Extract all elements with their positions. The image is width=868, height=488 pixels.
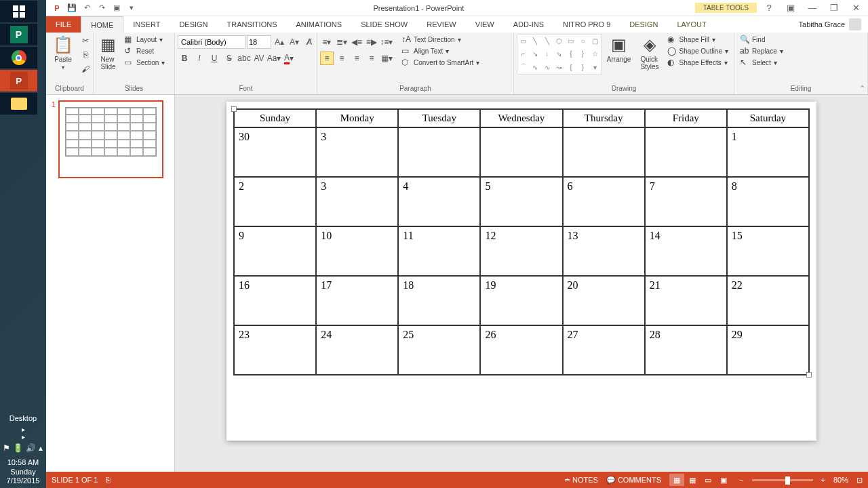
change-case-button[interactable]: Aa▾ [267, 52, 281, 65]
calendar-cell[interactable]: 14 [645, 226, 727, 276]
zoom-out-button[interactable]: − [739, 476, 743, 484]
shape-outline-button[interactable]: ◯Shape Outline ▾ [665, 45, 731, 56]
maximize-button[interactable]: ❐ [825, 1, 844, 15]
fit-to-window-button[interactable]: ⊡ [856, 476, 863, 485]
tab-table-layout[interactable]: LAYOUT [667, 16, 715, 33]
text-direction-button[interactable]: ↕AText Direction ▾ [399, 34, 482, 45]
cut-button[interactable]: ✂ [79, 34, 92, 47]
underline-button[interactable]: U [208, 52, 221, 65]
calendar-cell[interactable]: 7 [645, 177, 727, 226]
calendar-cell[interactable]: 10 [316, 226, 398, 276]
tab-transitions[interactable]: TRANSITIONS [218, 16, 287, 33]
arrange-button[interactable]: ▣Arrange [603, 34, 635, 64]
tab-home[interactable]: HOME [81, 16, 123, 33]
increase-indent-button[interactable]: ≡▶ [365, 35, 378, 49]
select-button[interactable]: ↖Select ▾ [737, 57, 786, 68]
character-spacing-button[interactable]: AV [252, 52, 266, 65]
slide-thumbnail-1[interactable] [58, 100, 163, 178]
paste-button[interactable]: 📋Paste▾ [49, 34, 77, 72]
calendar-cell[interactable]: 15 [727, 226, 809, 276]
tab-review[interactable]: REVIEW [417, 16, 465, 33]
copy-button[interactable]: ⎘ [79, 48, 92, 62]
calendar-cell[interactable]: 26 [480, 325, 562, 375]
calendar-cell[interactable]: 25 [398, 325, 480, 375]
section-button[interactable]: ▭Section ▾ [121, 57, 167, 68]
calendar-cell[interactable]: 18 [398, 276, 480, 325]
tab-table-design[interactable]: DESIGN [620, 16, 667, 33]
taskbar-chrome[interactable] [0, 47, 37, 68]
shrink-font-button[interactable]: A▾ [288, 35, 301, 49]
notes-button[interactable]: ≐ NOTES [564, 476, 598, 485]
tab-nitro[interactable]: NITRO PRO 9 [553, 16, 620, 33]
spell-check-icon[interactable]: ⎘ [106, 476, 111, 484]
calendar-cell[interactable]: 5 [480, 177, 562, 226]
calendar-header-cell[interactable]: Tuesday [398, 109, 480, 127]
strikethrough-button[interactable]: S̶ [222, 52, 236, 65]
zoom-in-button[interactable]: + [821, 476, 825, 484]
taskbar-powerpoint[interactable]: P [0, 70, 37, 92]
calendar-cell[interactable]: 24 [316, 325, 398, 375]
convert-smartart-button[interactable]: ⬡Convert to SmartArt ▾ [399, 57, 482, 68]
tab-insert[interactable]: INSERT [123, 16, 170, 33]
layout-button[interactable]: ▦Layout ▾ [121, 34, 167, 45]
calendar-cell[interactable]: 13 [563, 226, 645, 276]
calendar-cell[interactable]: 22 [727, 276, 809, 325]
zoom-slider[interactable] [752, 479, 813, 481]
save-button[interactable]: 💾 [65, 1, 79, 15]
font-size-select[interactable] [247, 35, 271, 49]
redo-button[interactable]: ↷ [95, 1, 108, 15]
calendar-cell[interactable]: 2 [234, 177, 316, 226]
clear-formatting-button[interactable]: A̸ [302, 35, 316, 49]
tab-design[interactable]: DESIGN [170, 16, 217, 33]
slide-editor[interactable]: Sunday Monday Tuesday Wednesday Thursday… [175, 95, 868, 472]
find-button[interactable]: 🔍Find [737, 34, 786, 45]
new-slide-button[interactable]: ▦New Slide [96, 34, 120, 72]
start-button[interactable] [0, 1, 37, 22]
taskbar-clock[interactable]: 10:58 AM Sunday 7/19/2015 [0, 455, 46, 488]
tab-view[interactable]: VIEW [466, 16, 504, 33]
calendar-cell[interactable]: 29 [727, 325, 809, 375]
ribbon-display-options[interactable]: ▣ [781, 1, 800, 15]
text-shadow-button[interactable]: abc [237, 52, 251, 65]
calendar-cell[interactable]: 30 [234, 127, 316, 177]
tray-icon[interactable]: ▴ [39, 443, 43, 453]
calendar-cell[interactable] [645, 127, 727, 177]
bold-button[interactable]: B [178, 52, 191, 65]
calendar-cell[interactable]: 4 [398, 177, 480, 226]
user-avatar[interactable] [849, 18, 861, 30]
tab-slideshow[interactable]: SLIDE SHOW [351, 16, 417, 33]
grow-font-button[interactable]: A▴ [273, 35, 286, 49]
align-center-button[interactable]: ≡ [335, 52, 349, 65]
calendar-cell[interactable]: 28 [645, 325, 727, 375]
close-button[interactable]: ✕ [846, 1, 865, 15]
taskbar-explorer[interactable] [0, 93, 37, 115]
slide-thumbnail-panel[interactable]: 1 [46, 95, 175, 472]
tray-icon[interactable]: 🔋 [13, 443, 23, 453]
decrease-indent-button[interactable]: ◀≡ [350, 35, 363, 49]
system-tray[interactable]: ⚑ 🔋 🔊 ▴ [0, 441, 46, 455]
bullets-button[interactable]: ≡▾ [320, 35, 334, 49]
slideshow-view-button[interactable]: ▣ [716, 474, 731, 486]
align-text-button[interactable]: ▭Align Text ▾ [399, 45, 482, 56]
zoom-level[interactable]: 80% [833, 476, 848, 484]
calendar-cell[interactable]: 21 [645, 276, 727, 325]
calendar-header-cell[interactable]: Saturday [727, 109, 809, 127]
app-icon[interactable]: P [50, 1, 64, 15]
format-painter-button[interactable]: 🖌 [79, 62, 92, 76]
tray-icon[interactable]: 🔊 [26, 443, 36, 453]
calendar-cell[interactable]: 8 [727, 177, 809, 226]
calendar-cell[interactable]: 3 [316, 177, 398, 226]
calendar-cell[interactable]: 20 [563, 276, 645, 325]
calendar-header-cell[interactable]: Wednesday [480, 109, 562, 127]
replace-button[interactable]: abReplace ▾ [737, 45, 786, 56]
calendar-cell[interactable]: 19 [480, 276, 562, 325]
start-from-beginning-button[interactable]: ▣ [110, 1, 123, 15]
align-right-button[interactable]: ≡ [350, 52, 363, 65]
italic-button[interactable]: I [193, 52, 206, 65]
quick-styles-button[interactable]: ◈Quick Styles [636, 34, 663, 72]
reading-view-button[interactable]: ▭ [701, 474, 715, 486]
undo-button[interactable]: ↶ [80, 1, 94, 15]
tab-file[interactable]: FILE [46, 16, 81, 33]
shape-fill-button[interactable]: ◉Shape Fill ▾ [665, 34, 731, 45]
columns-button[interactable]: ▦▾ [380, 52, 393, 65]
